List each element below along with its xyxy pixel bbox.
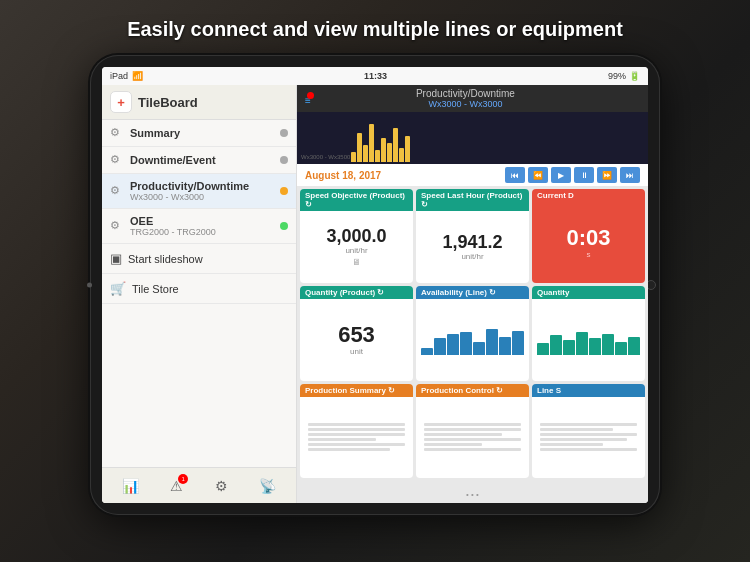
chart-bar bbox=[363, 145, 368, 162]
tile-quantity-chart[interactable]: Quantity bbox=[532, 286, 645, 380]
text-line-l2 bbox=[540, 428, 613, 431]
nav-label-oee: OEE bbox=[130, 215, 276, 227]
text-line-3 bbox=[308, 433, 405, 436]
app-logo: + bbox=[110, 91, 132, 113]
text-line-c6 bbox=[424, 448, 521, 451]
tile-value-current: 0:03 bbox=[566, 227, 610, 249]
nav-item-downtime[interactable]: ⚙ Downtime/Event bbox=[102, 147, 296, 174]
app-layout: + TileBoard ⚙ Summary bbox=[102, 85, 648, 503]
text-line-l5 bbox=[540, 443, 603, 446]
pause-button[interactable]: ⏸ bbox=[574, 167, 594, 183]
tile-body-speed-last: 1,941.2 unit/hr bbox=[416, 211, 529, 283]
chart-bar bbox=[387, 143, 392, 162]
nav-item-slideshow[interactable]: ▣ Start slideshow bbox=[102, 244, 296, 274]
tile-body-qty-chart bbox=[532, 299, 645, 380]
bar-q8 bbox=[628, 337, 640, 356]
status-bar: iPad 📶 11:33 99% 🔋 bbox=[102, 67, 648, 85]
tile-quantity[interactable]: Quantity (Product) ↻ 653 unit bbox=[300, 286, 413, 380]
slideshow-icon: ▣ bbox=[110, 251, 122, 266]
tile-unit-speed-obj: unit/hr bbox=[345, 246, 367, 255]
status-left: iPad 📶 bbox=[110, 71, 143, 81]
bar-3 bbox=[447, 334, 459, 356]
gear-icon-oee: ⚙ bbox=[110, 219, 124, 233]
text-line-6 bbox=[308, 448, 390, 451]
text-line-l3 bbox=[540, 433, 637, 436]
nav-label-downtime: Downtime/Event bbox=[130, 154, 276, 166]
tile-speed-last-hour[interactable]: Speed Last Hour (Product) ↻ 1,941.2 unit… bbox=[416, 189, 529, 283]
bar-q2 bbox=[550, 335, 562, 355]
ipad-side-dot bbox=[87, 283, 92, 288]
sidebar-title: TileBoard bbox=[138, 95, 198, 110]
sidebar-footer: 📊 ⚠ 1 ⚙ 📡 bbox=[102, 467, 296, 503]
nav-item-summary[interactable]: ⚙ Summary bbox=[102, 120, 296, 147]
status-time: 11:33 bbox=[364, 71, 387, 81]
text-line-c3 bbox=[424, 433, 502, 436]
bar-q6 bbox=[602, 334, 614, 356]
bar-2 bbox=[434, 338, 446, 355]
tile-line-s[interactable]: Line S bbox=[532, 384, 645, 478]
play-button[interactable]: ▶ bbox=[551, 167, 571, 183]
footer-alert-icon[interactable]: ⚠ 1 bbox=[170, 478, 183, 494]
nav-item-tilestore[interactable]: 🛒 Tile Store bbox=[102, 274, 296, 304]
nav-dot-downtime bbox=[280, 156, 288, 164]
footer-signal-icon[interactable]: 📡 bbox=[259, 478, 276, 494]
tile-header-current: Current D bbox=[532, 189, 645, 202]
line-s-lines bbox=[535, 420, 642, 454]
tile-value-qty: 653 bbox=[338, 324, 375, 346]
chart-bar bbox=[399, 148, 404, 162]
chart-bar bbox=[381, 138, 386, 162]
tile-availability[interactable]: Availability (Line) ↻ bbox=[416, 286, 529, 380]
tile-speed-objective[interactable]: Speed Objective (Product) ↻ 3,000.0 unit… bbox=[300, 189, 413, 283]
prod-ctrl-lines bbox=[419, 420, 526, 454]
chart-bar bbox=[351, 152, 356, 162]
bar-5 bbox=[473, 342, 485, 356]
ipad-frame: iPad 📶 11:33 99% 🔋 + TileBoard bbox=[90, 55, 660, 515]
bar-q1 bbox=[537, 343, 549, 355]
rewind-start-button[interactable]: ⏮ bbox=[505, 167, 525, 183]
battery-label: 99% bbox=[608, 71, 626, 81]
chart-bar bbox=[375, 150, 380, 162]
nav-dot-summary bbox=[280, 129, 288, 137]
control-bar: August 18, 2017 ⏮ ⏪ ▶ ⏸ ⏩ ⏭ bbox=[297, 164, 648, 186]
tile-header-avail: Availability (Line) ↻ bbox=[416, 286, 529, 299]
tile-body-avail bbox=[416, 299, 529, 380]
tile-header-line-s: Line S bbox=[532, 384, 645, 397]
tiles-grid: Speed Objective (Product) ↻ 3,000.0 unit… bbox=[297, 186, 648, 481]
tile-production-summary[interactable]: Production Summary ↻ bbox=[300, 384, 413, 478]
monitor-icon: 🖥 bbox=[352, 257, 361, 267]
tile-body-line-s bbox=[532, 397, 645, 478]
bar-7 bbox=[499, 337, 511, 356]
tile-header-speed-last: Speed Last Hour (Product) ↻ bbox=[416, 189, 529, 211]
chart-bar bbox=[393, 128, 398, 162]
nav-item-productivity[interactable]: ⚙ Productivity/Downtime Wx3000 - Wx3000 bbox=[102, 174, 296, 209]
nav-label-slideshow: Start slideshow bbox=[128, 253, 203, 265]
tile-header-prod-ctrl: Production Control ↻ bbox=[416, 384, 529, 397]
rewind-button[interactable]: ⏪ bbox=[528, 167, 548, 183]
footer-chart-icon[interactable]: 📊 bbox=[122, 478, 139, 494]
sidebar-header: + TileBoard bbox=[102, 85, 296, 120]
footer-settings-icon[interactable]: ⚙ bbox=[215, 478, 228, 494]
bar-1 bbox=[421, 348, 433, 356]
sidebar: + TileBoard ⚙ Summary bbox=[102, 85, 297, 503]
red-indicator bbox=[307, 92, 314, 99]
tile-body-prod-sum bbox=[300, 397, 413, 478]
tile-current-d[interactable]: Current D 0:03 s bbox=[532, 189, 645, 283]
gear-icon-summary: ⚙ bbox=[110, 126, 124, 140]
page-title: Easily connect and view multiple lines o… bbox=[0, 18, 750, 41]
text-line-l6 bbox=[540, 448, 637, 451]
nav-dot-productivity bbox=[280, 187, 288, 195]
text-line-l4 bbox=[540, 438, 627, 441]
ipad-screen: iPad 📶 11:33 99% 🔋 + TileBoard bbox=[102, 67, 648, 503]
text-line-c4 bbox=[424, 438, 521, 441]
tile-unit-speed-last: unit/hr bbox=[461, 252, 483, 261]
text-line-c2 bbox=[424, 428, 521, 431]
nav-sublabel-oee: TRG2000 - TRG2000 bbox=[130, 227, 276, 237]
alert-badge: 1 bbox=[178, 474, 188, 484]
tile-header-qty: Quantity (Product) ↻ bbox=[300, 286, 413, 299]
forward-end-button[interactable]: ⏭ bbox=[620, 167, 640, 183]
tile-production-control[interactable]: Production Control ↻ bbox=[416, 384, 529, 478]
text-line-1 bbox=[308, 423, 405, 426]
tile-unit-qty: unit bbox=[350, 347, 363, 356]
nav-item-oee[interactable]: ⚙ OEE TRG2000 - TRG2000 bbox=[102, 209, 296, 244]
forward-button[interactable]: ⏩ bbox=[597, 167, 617, 183]
